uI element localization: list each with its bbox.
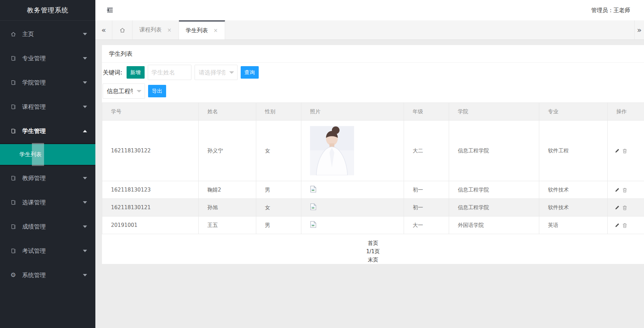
cell-photo [301, 216, 404, 234]
delete-icon[interactable] [622, 188, 627, 193]
column-header-0: 学号 [102, 103, 199, 121]
home-icon [10, 31, 16, 37]
close-icon[interactable]: × [214, 27, 218, 34]
tab-0[interactable]: 课程列表× [132, 20, 179, 39]
sidebar-item-7[interactable]: 成绩管理 [0, 214, 95, 239]
page-title: 学生列表 [102, 45, 644, 63]
chevron-down-icon [137, 90, 141, 92]
cell-student-id: 20191001 [102, 216, 199, 234]
add-button[interactable]: 新增 [127, 66, 145, 79]
delete-icon[interactable] [622, 223, 627, 228]
search-button[interactable]: 查询 [241, 66, 259, 79]
cell-gender: 女 [256, 121, 301, 181]
cell-photo [301, 121, 404, 181]
cell-major: 软件工程 [539, 121, 608, 181]
student-photo [310, 126, 354, 175]
top-header: 管理员：王老师 [95, 0, 644, 20]
tabs-scroll-right-button[interactable]: » [634, 20, 644, 39]
book-icon [10, 128, 16, 134]
delete-icon[interactable] [622, 205, 627, 210]
table-header: 学号姓名性别照片年级学院专业操作 [102, 103, 644, 121]
sidebar-item-8[interactable]: 考试管理 [0, 239, 95, 263]
export-button[interactable]: 导出 [148, 85, 166, 97]
cell-student-id: 162118130122 [102, 121, 199, 181]
student-table: 学号姓名性别照片年级学院专业操作 162118130122孙义宁女大二信息工程学… [102, 103, 644, 234]
pagination-first[interactable]: 首页 [102, 239, 644, 247]
edit-icon[interactable] [615, 205, 619, 210]
cell-actions [608, 181, 644, 199]
chevron-up-icon [83, 130, 87, 132]
student-name-input[interactable] [148, 65, 191, 80]
table-row: 20191001王五男大一外国语学院英语 [102, 216, 644, 234]
column-header-5: 学院 [449, 103, 539, 121]
cell-major: 软件技术 [539, 181, 608, 199]
collapse-menu-icon[interactable] [106, 7, 114, 15]
sidebar-item-4[interactable]: 学生管理 [0, 119, 95, 143]
sidebar-item-3[interactable]: 课程管理 [0, 95, 95, 119]
tabs-scroll-left-button[interactable]: « [95, 20, 112, 39]
chevron-down-icon [83, 250, 87, 252]
column-header-6: 专业 [539, 103, 608, 121]
edit-icon[interactable] [615, 223, 619, 228]
sidebar-menu: 主页专业管理学院管理课程管理学生管理学生列表教师管理选课管理成绩管理考试管理⚙系… [0, 21, 95, 287]
table-body: 162118130122孙义宁女大二信息工程学院软件工程162118130123… [102, 121, 644, 234]
column-header-3: 照片 [301, 103, 404, 121]
cell-gender: 男 [256, 216, 301, 234]
sidebar-subitem-0[interactable]: 学生列表 [0, 144, 95, 165]
cell-photo [301, 199, 404, 216]
sidebar-item-5[interactable]: 教师管理 [0, 166, 95, 190]
edit-icon[interactable] [615, 188, 619, 192]
sidebar-item-0[interactable]: 主页 [0, 22, 95, 46]
chevron-down-icon [229, 71, 234, 74]
cell-grade: 初一 [404, 181, 449, 199]
sidebar-item-1[interactable]: 专业管理 [0, 46, 95, 70]
chevron-down-icon [83, 177, 87, 179]
cell-major: 英语 [539, 216, 608, 234]
chevron-down-icon [83, 201, 87, 204]
tabbar-tabs: 课程列表×学生列表× [132, 20, 225, 39]
college-select-placeholder[interactable]: 请选择学院 [195, 65, 238, 80]
sidebar-submenu: 学生列表 [0, 143, 95, 166]
chevron-down-icon [83, 57, 87, 60]
sidebar-item-2[interactable]: 学院管理 [0, 70, 95, 95]
chevron-down-icon [83, 33, 87, 35]
table-row: 162118130121孙旭女初一信息工程学院软件技术 [102, 199, 644, 216]
book-icon [10, 223, 16, 230]
delete-icon[interactable] [622, 149, 627, 153]
cell-major: 软件技术 [539, 199, 608, 216]
pagination-last[interactable]: 末页 [102, 256, 644, 264]
cell-grade: 大一 [404, 216, 449, 234]
cell-college: 信息工程学院 [449, 121, 539, 181]
sidebar: 教务管理系统 主页专业管理学院管理课程管理学生管理学生列表教师管理选课管理成绩管… [0, 0, 95, 328]
admin-user-label[interactable]: 管理员：王老师 [591, 0, 630, 20]
book-icon [10, 248, 16, 254]
column-header-4: 年级 [404, 103, 449, 121]
content-panel: 学生列表 关键词: 新增 请选择学院 查询 信息工程学院 导出 [102, 45, 644, 264]
table-header-row: 学号姓名性别照片年级学院专业操作 [102, 103, 644, 121]
sidebar-item-6[interactable]: 选课管理 [0, 190, 95, 214]
cell-student-id: 162118130123 [102, 181, 199, 199]
tab-1[interactable]: 学生列表× [179, 20, 225, 39]
college-select[interactable]: 信息工程学院 [103, 83, 145, 99]
cell-name: 孙义宁 [199, 121, 256, 181]
sidebar-item-9[interactable]: ⚙系统管理 [0, 263, 95, 287]
chevron-down-icon [83, 274, 87, 276]
cell-gender: 男 [256, 181, 301, 199]
book-icon [10, 175, 16, 181]
book-icon [10, 55, 16, 61]
pagination: 首页 1/1页 末页 [102, 234, 644, 264]
filter-row-1: 关键词: 新增 请选择学院 查询 [103, 64, 644, 80]
cell-college: 信息工程学院 [449, 199, 539, 216]
tabbar: « 课程列表×学生列表× » [95, 20, 644, 40]
chevron-down-icon [83, 225, 87, 228]
edit-icon[interactable] [615, 149, 619, 153]
cell-actions [608, 121, 644, 181]
pagination-current: 1/1页 [102, 247, 644, 256]
column-header-7: 操作 [608, 103, 644, 121]
cell-student-id: 162118130121 [102, 199, 199, 216]
column-header-1: 姓名 [199, 103, 256, 121]
cell-college: 外国语学院 [449, 216, 539, 234]
close-icon[interactable]: × [167, 27, 172, 33]
filter-row-2: 信息工程学院 导出 [103, 83, 644, 99]
tab-home[interactable] [112, 20, 132, 39]
